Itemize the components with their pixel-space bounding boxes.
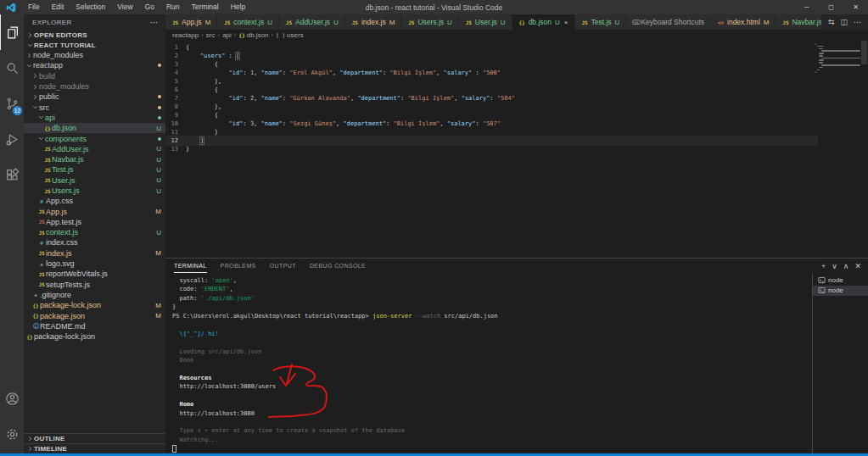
terminal-process-node[interactable]: node [813,275,868,286]
tree-item-components[interactable]: components [24,133,165,143]
tree-item-reactapp[interactable]: reactapp [24,60,165,70]
js-icon: JS [37,271,46,277]
tab-label: Users.js [417,18,444,26]
terminal-icon [818,286,826,294]
close-panel-icon[interactable]: ✕ [854,262,861,270]
menu-terminal[interactable]: Terminal [186,0,225,14]
close-button[interactable]: ✕ [843,0,868,14]
tree-item-src[interactable]: src [24,102,165,112]
menu-go[interactable]: Go [139,0,160,14]
terminal-line: Done [172,356,812,364]
menu-edit[interactable]: Edit [46,0,70,14]
tree-item-readme.md[interactable]: iREADME.md [24,321,165,331]
settings-gear-icon[interactable] [0,416,24,452]
split-editor-icon[interactable]: ◫ [840,18,848,26]
tree-item-reportwebvitals.js[interactable]: JSreportWebVitals.js [24,269,165,279]
run-and-debug-icon[interactable] [0,121,24,157]
terminal-picker-chevron-icon[interactable]: ∨ [832,262,837,270]
tree-item-app.js[interactable]: JSApp.jsM [24,206,165,216]
menu-run[interactable]: Run [160,0,186,14]
tree-item-node-modules[interactable]: node_modules [24,81,165,92]
tree-item-navbar.js[interactable]: JSNavbar.jsU [24,154,165,164]
tree-item-.gitignore[interactable]: ◈.gitignore [24,290,165,300]
tab-user.js[interactable]: JSUser.jsU [459,14,512,30]
tree-item-user.js[interactable]: JSUser.jsU [24,175,165,186]
tree-item-public[interactable]: public [24,92,165,102]
minimize-button[interactable]: ─ [794,0,819,14]
maximize-panel-icon[interactable]: ∧ [843,262,849,270]
tree-item-build[interactable]: build [24,71,165,81]
tab-label: index.js [361,18,386,26]
search-icon[interactable] [0,50,24,86]
minimap[interactable] [815,43,856,74]
explorer-more-actions[interactable]: ⋯ [150,18,159,27]
tab-label: db.json [529,18,552,26]
terminal-line [172,364,812,373]
editor[interactable]: 1{2"users" : [3{4"id": 1, "name": "Erol … [165,41,868,258]
tab-context.js[interactable]: JScontext.jsU [217,14,279,30]
terminal-output[interactable]: syscall: 'open', code: 'ENOENT', path: '… [165,273,812,453]
open-editors-section[interactable]: OPEN EDITORS [24,30,165,40]
open-changes-icon[interactable]: ⇆ [828,18,835,26]
tab-index.js[interactable]: JSindex.jsM [345,14,402,30]
new-terminal-icon[interactable]: + [821,262,826,270]
extensions-icon[interactable] [0,157,24,192]
code-line-2: 2"users" : [ [165,52,817,60]
git-icon: ◈ [31,292,40,298]
tab-test.js[interactable]: JSTest.jsU [575,14,627,30]
account-icon[interactable] [0,381,24,416]
outline-section[interactable]: OUTLINE [24,433,165,443]
tree-item-logo.svg[interactable]: ◆logo.svg [24,259,165,269]
menu-file[interactable]: File [22,0,46,14]
menu-help[interactable]: Help [225,0,251,14]
tree-item-index.css[interactable]: #index.css [24,237,165,247]
tree-item-db.json[interactable]: {}db.jsonU [24,123,165,133]
breadcrumb-api[interactable]: api [222,31,232,39]
panel-tab-output[interactable]: OUTPUT [270,259,296,273]
tree-item-context.js[interactable]: JScontext.jsU [24,227,165,237]
tab-users.js[interactable]: JSUsers.jsU [401,14,458,30]
more-actions-icon[interactable]: ⋯ [854,18,861,26]
tab-index.html[interactable]: <>index.htmlM [711,14,776,30]
tree-item-label: context.js [46,228,78,236]
tree-item-package-lock.json[interactable]: {}package-lock.jsonM [24,300,165,310]
editor-scrollbar[interactable] [861,41,867,64]
tree-item-api[interactable]: api [24,113,165,123]
panel-tab-problems[interactable]: PROBLEMS [221,259,256,273]
panel-tab-debug-console[interactable]: DEBUG CONSOLE [310,259,366,273]
tree-item-index.js[interactable]: JSindex.jsM [24,248,165,259]
tree-item-setuptests.js[interactable]: JSsetupTests.js [24,280,165,290]
tab-app.js[interactable]: JSApp.jsM [165,14,217,30]
explorer-sidebar: EXPLORER ⋯ OPEN EDITORS REACT TUTORIAL n… [24,14,165,453]
tree-item-app.css[interactable]: #App.css [24,196,165,206]
js-icon: JS [171,19,179,25]
panel-tab-terminal[interactable]: TERMINAL [174,259,207,273]
breadcrumb-db.json[interactable]: {}db.json [239,31,269,39]
workspace-root-section[interactable]: REACT TUTORIAL [24,40,165,50]
tree-item-package-lock.json[interactable]: {}package-lock.json [24,331,165,342]
tree-item-adduser.js[interactable]: JSAddUser.jsU [24,144,165,154]
menu-view[interactable]: View [111,0,138,14]
breadcrumb-reactapp[interactable]: reactapp [172,31,199,39]
explorer-icon[interactable] [0,14,24,50]
tree-item-node-modules[interactable]: node_modules [24,50,165,60]
terminal-line: Watching... [172,436,812,444]
tab-navbar.js[interactable]: JSNavbar.jsU [776,14,820,30]
terminal-icon [818,276,826,284]
source-control-icon[interactable]: 12 [0,86,24,121]
tree-item-users.js[interactable]: JSUsers.jsU [24,186,165,196]
tab-keyboard-shortcuts[interactable]: Keyboard Shortcuts [626,14,711,30]
menu-selection[interactable]: Selection [70,0,111,14]
breadcrumb-src[interactable]: src [206,31,216,39]
tree-item-app.test.js[interactable]: JSApp.test.js [24,217,165,227]
breadcrumb-users[interactable]: [ ]users [276,31,303,39]
restore-button[interactable]: ◻ [819,0,843,14]
tree-item-label: package.json [40,312,85,320]
tree-item-package.json[interactable]: {}package.jsonM [24,310,165,320]
timeline-section[interactable]: TIMELINE [24,443,165,453]
tab-close-icon[interactable]: × [564,19,568,26]
terminal-process-node[interactable]: node [813,286,868,297]
tab-adduser.js[interactable]: JSAddUser.jsU [279,14,345,30]
tab-db.json[interactable]: {}db.jsonU× [512,14,575,30]
tree-item-test.js[interactable]: JSTest.jsU [24,164,165,175]
